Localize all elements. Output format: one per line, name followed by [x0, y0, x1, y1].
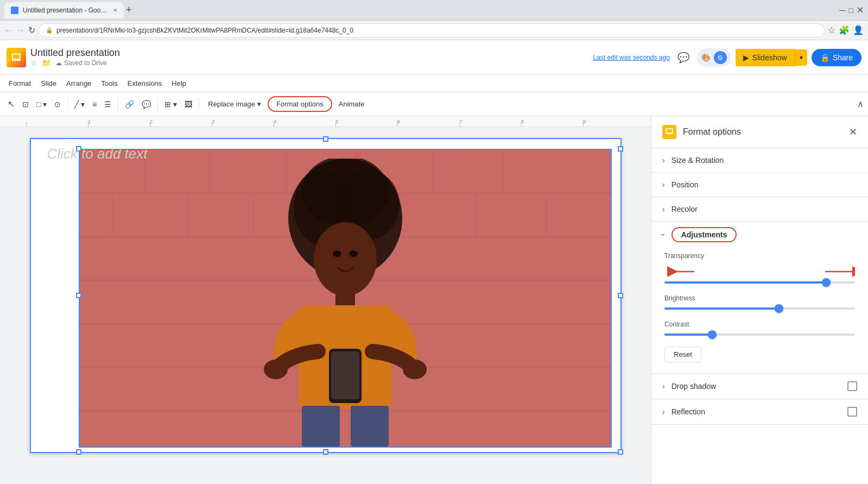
share-button[interactable]: 🔒 Share: [812, 49, 861, 66]
text-tool[interactable]: ≡: [89, 98, 100, 111]
forward-button[interactable]: →: [16, 26, 25, 35]
position-label: Position: [671, 180, 699, 189]
position-header[interactable]: › Position: [651, 173, 868, 197]
reset-button[interactable]: Reset: [664, 347, 701, 362]
cursor-tool[interactable]: ↖: [4, 97, 18, 111]
active-tab[interactable]: Untitled presentation - Google S ×: [4, 2, 124, 18]
reflection-chevron-icon: ›: [662, 407, 665, 416]
separator-2: [118, 98, 118, 111]
bookmark-button[interactable]: ☆: [828, 25, 835, 35]
brightness-slider-track[interactable]: [664, 307, 855, 310]
line-tool[interactable]: ╱ ▾: [71, 98, 88, 111]
close-window-button[interactable]: ✕: [857, 5, 864, 15]
menu-item-tools[interactable]: Tools: [97, 77, 122, 90]
tab-favicon: [11, 7, 18, 14]
size-rotation-header[interactable]: › Size & Rotation: [651, 148, 868, 172]
drop-shadow-checkbox[interactable]: [847, 381, 857, 391]
selection-handle-bc[interactable]: [323, 449, 328, 455]
reflection-checkbox[interactable]: [847, 407, 857, 417]
format-options-label: Format options: [276, 100, 324, 108]
adjustments-content: Transparency: [651, 248, 868, 373]
selection-handle-tr[interactable]: [618, 146, 623, 152]
new-tab-button[interactable]: +: [126, 4, 132, 16]
menu-item-format[interactable]: Format: [4, 77, 35, 90]
panel-header: Format options ✕: [651, 116, 868, 148]
tab-close-icon[interactable]: ×: [113, 6, 117, 14]
recolor-header[interactable]: › Recolor: [651, 197, 868, 221]
transparency-arrow-annotation: [664, 265, 855, 278]
selection-handle-br[interactable]: [618, 449, 623, 455]
brightness-slider-thumb[interactable]: [775, 304, 783, 313]
pink-tint-overlay: [80, 150, 611, 447]
slideshow-dropdown-button[interactable]: ▾: [795, 49, 807, 66]
slide-image[interactable]: [79, 149, 612, 448]
contrast-control: Contrast: [664, 320, 855, 336]
animate-button[interactable]: Animate: [333, 97, 370, 111]
menu-item-extensions[interactable]: Extensions: [123, 77, 167, 90]
replace-image-button[interactable]: Replace image ▾: [202, 97, 267, 111]
selection-handle-ml[interactable]: [76, 293, 81, 298]
image-tool[interactable]: 🖼: [181, 98, 195, 111]
maximize-button[interactable]: □: [849, 6, 853, 15]
contrast-slider-thumb[interactable]: [708, 330, 717, 339]
separator-4: [199, 98, 199, 111]
star-button[interactable]: ☆: [30, 59, 37, 67]
last-edit-text[interactable]: Last edit was seconds ago: [593, 54, 669, 61]
app-logo: [7, 48, 26, 67]
contrast-slider-track[interactable]: [664, 334, 855, 336]
panel-title: Format options: [683, 127, 849, 137]
slides-logo-icon: [11, 52, 22, 63]
contrast-slider-fill: [664, 334, 712, 336]
lasso-tool[interactable]: ⊙: [51, 98, 64, 111]
lock-share-icon: 🔒: [820, 53, 829, 62]
slide-canvas[interactable]: Click to add text: [30, 138, 622, 453]
slide-placeholder[interactable]: Click to add text: [47, 146, 148, 162]
canvas-area[interactable]: 1 2 3 4 5 6 7 8 9: [0, 116, 651, 484]
minimize-button[interactable]: ─: [839, 5, 845, 15]
slideshow-button[interactable]: ▶ Slideshow: [736, 49, 795, 66]
position-section: › Position: [651, 173, 868, 197]
format-options-button[interactable]: Format options: [268, 96, 332, 112]
comment-tool[interactable]: 💬: [138, 98, 154, 111]
back-button[interactable]: ←: [4, 26, 13, 35]
reflection-section: › Reflection: [651, 399, 868, 425]
menu-item-help[interactable]: Help: [167, 77, 191, 90]
crop-tool[interactable]: ⊞ ▾: [161, 98, 180, 111]
adjustments-header[interactable]: › Adjustments: [651, 222, 868, 248]
layout-tool[interactable]: ⊡: [19, 98, 32, 111]
comments-button[interactable]: 💬: [674, 48, 693, 67]
brightness-slider-fill: [664, 307, 779, 310]
tab-title: Untitled presentation - Google S: [23, 7, 109, 14]
lock-icon: 🔒: [46, 27, 53, 34]
reflection-header[interactable]: › Reflection: [651, 399, 868, 424]
drop-shadow-chevron-icon: ›: [662, 382, 665, 391]
drop-shadow-header[interactable]: › Drop shadow: [651, 374, 868, 399]
menu-item-slide[interactable]: Slide: [36, 77, 61, 90]
extensions-button[interactable]: 🧩: [839, 25, 850, 35]
profile-button[interactable]: 👤: [853, 25, 864, 35]
shape-dropdown[interactable]: □ ▾: [33, 98, 50, 111]
ruler-tick-0: [26, 122, 27, 127]
app-title[interactable]: Untitled presentation: [30, 47, 120, 59]
move-button[interactable]: 📁: [42, 59, 51, 67]
ruler: 1 2 3 4 5 6 7 8 9: [0, 116, 651, 127]
reload-button[interactable]: ↻: [28, 25, 35, 35]
window-controls: ─ □ ✕: [839, 5, 864, 15]
size-rotation-section: › Size & Rotation: [651, 148, 868, 173]
menu-item-arrange[interactable]: Arrange: [62, 77, 96, 90]
left-arrow-icon: [664, 266, 697, 277]
panel-logo-icon: [665, 128, 674, 136]
google-account-switcher[interactable]: 🎨 G: [697, 48, 731, 67]
transparency-slider-thumb[interactable]: [822, 278, 831, 287]
panel-close-button[interactable]: ✕: [849, 126, 857, 138]
collapse-toolbar-button[interactable]: ∧: [857, 99, 864, 109]
size-rotation-label: Size & Rotation: [671, 156, 724, 165]
selection-handle-bl[interactable]: [76, 449, 81, 455]
bullet-tool[interactable]: ☰: [101, 98, 115, 111]
link-tool[interactable]: 🔗: [122, 98, 137, 111]
transparency-slider-track[interactable]: [664, 281, 855, 284]
separator-1: [67, 98, 68, 111]
address-bar[interactable]: 🔒 presentation/d/1RNrMki-lo3-gzjcshBkZKV…: [39, 23, 825, 37]
selection-handle-tc[interactable]: [323, 136, 328, 142]
selection-handle-mr[interactable]: [618, 293, 623, 298]
